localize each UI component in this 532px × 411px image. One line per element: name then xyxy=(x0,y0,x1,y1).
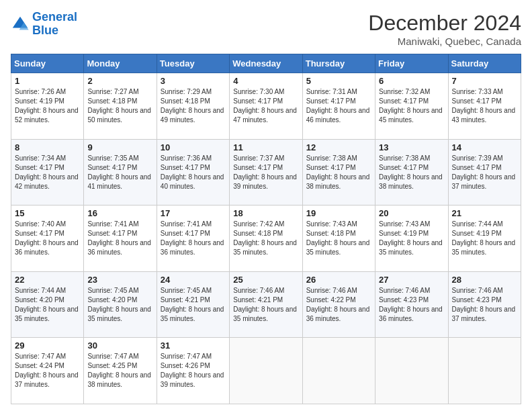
day-info: Sunrise: 7:43 AMSunset: 4:19 PMDaylight:… xyxy=(379,220,444,257)
day-info: Sunrise: 7:33 AMSunset: 4:17 PMDaylight:… xyxy=(452,87,517,125)
day-number: 16 xyxy=(87,208,152,218)
day-info: Sunrise: 7:32 AMSunset: 4:17 PMDaylight:… xyxy=(379,87,444,125)
day-number: 12 xyxy=(306,142,371,152)
day-header-monday: Monday xyxy=(84,54,157,73)
month-title: December 2024 xyxy=(368,11,521,36)
calendar-cell: 4Sunrise: 7:30 AMSunset: 4:17 PMDaylight… xyxy=(230,73,302,140)
day-info: Sunrise: 7:40 AMSunset: 4:17 PMDaylight:… xyxy=(15,220,80,257)
calendar-cell xyxy=(448,338,521,404)
day-number: 10 xyxy=(161,142,226,152)
calendar-week-4: 22Sunrise: 7:44 AMSunset: 4:20 PMDayligh… xyxy=(11,271,521,338)
calendar-body: 1Sunrise: 7:26 AMSunset: 4:19 PMDaylight… xyxy=(11,73,521,404)
day-info: Sunrise: 7:38 AMSunset: 4:17 PMDaylight:… xyxy=(306,154,371,191)
calendar-cell: 20Sunrise: 7:43 AMSunset: 4:19 PMDayligh… xyxy=(375,205,448,272)
day-number: 24 xyxy=(161,275,226,285)
calendar-cell: 16Sunrise: 7:41 AMSunset: 4:17 PMDayligh… xyxy=(84,205,157,272)
day-number: 18 xyxy=(233,208,298,218)
day-header-sunday: Sunday xyxy=(11,54,84,73)
day-number: 11 xyxy=(233,142,298,152)
day-number: 30 xyxy=(87,340,152,351)
calendar-cell: 3Sunrise: 7:29 AMSunset: 4:18 PMDaylight… xyxy=(157,73,229,140)
day-info: Sunrise: 7:38 AMSunset: 4:17 PMDaylight:… xyxy=(379,154,444,191)
day-info: Sunrise: 7:31 AMSunset: 4:17 PMDaylight:… xyxy=(306,87,371,125)
day-number: 3 xyxy=(161,76,226,86)
day-info: Sunrise: 7:39 AMSunset: 4:17 PMDaylight:… xyxy=(452,154,517,191)
day-header-thursday: Thursday xyxy=(302,54,375,73)
calendar-cell xyxy=(302,338,375,404)
day-info: Sunrise: 7:42 AMSunset: 4:18 PMDaylight:… xyxy=(233,220,298,257)
calendar-week-3: 15Sunrise: 7:40 AMSunset: 4:17 PMDayligh… xyxy=(11,205,521,272)
day-info: Sunrise: 7:41 AMSunset: 4:17 PMDaylight:… xyxy=(87,220,152,257)
day-number: 23 xyxy=(87,275,152,285)
calendar-cell: 31Sunrise: 7:47 AMSunset: 4:26 PMDayligh… xyxy=(157,338,229,404)
day-info: Sunrise: 7:46 AMSunset: 4:23 PMDaylight:… xyxy=(379,286,444,324)
day-number: 8 xyxy=(15,142,80,152)
day-info: Sunrise: 7:45 AMSunset: 4:21 PMDaylight:… xyxy=(161,286,226,324)
day-info: Sunrise: 7:41 AMSunset: 4:17 PMDaylight:… xyxy=(161,220,226,257)
calendar-table: SundayMondayTuesdayWednesdayThursdayFrid… xyxy=(11,54,521,404)
calendar-cell: 8Sunrise: 7:34 AMSunset: 4:17 PMDaylight… xyxy=(11,139,84,205)
day-info: Sunrise: 7:36 AMSunset: 4:17 PMDaylight:… xyxy=(161,154,226,191)
calendar-cell: 19Sunrise: 7:43 AMSunset: 4:18 PMDayligh… xyxy=(302,205,375,272)
day-info: Sunrise: 7:34 AMSunset: 4:17 PMDaylight:… xyxy=(15,154,80,191)
calendar-cell: 17Sunrise: 7:41 AMSunset: 4:17 PMDayligh… xyxy=(157,205,229,272)
day-header-wednesday: Wednesday xyxy=(230,54,302,73)
page: General Blue December 2024 Maniwaki, Que… xyxy=(0,0,532,411)
calendar-cell: 28Sunrise: 7:46 AMSunset: 4:23 PMDayligh… xyxy=(448,271,521,338)
calendar-cell xyxy=(230,338,302,404)
day-number: 7 xyxy=(452,76,517,86)
day-info: Sunrise: 7:29 AMSunset: 4:18 PMDaylight:… xyxy=(161,87,226,125)
calendar-week-5: 29Sunrise: 7:47 AMSunset: 4:24 PMDayligh… xyxy=(11,338,521,404)
calendar-week-1: 1Sunrise: 7:26 AMSunset: 4:19 PMDaylight… xyxy=(11,73,521,140)
day-number: 19 xyxy=(306,208,371,218)
calendar-cell: 7Sunrise: 7:33 AMSunset: 4:17 PMDaylight… xyxy=(448,73,521,140)
day-number: 14 xyxy=(452,142,517,152)
day-info: Sunrise: 7:26 AMSunset: 4:19 PMDaylight:… xyxy=(15,87,80,125)
calendar-cell: 1Sunrise: 7:26 AMSunset: 4:19 PMDaylight… xyxy=(11,73,84,140)
calendar-cell: 11Sunrise: 7:37 AMSunset: 4:17 PMDayligh… xyxy=(230,139,302,205)
calendar-cell: 26Sunrise: 7:46 AMSunset: 4:22 PMDayligh… xyxy=(302,271,375,338)
day-info: Sunrise: 7:27 AMSunset: 4:18 PMDaylight:… xyxy=(87,87,152,125)
day-number: 25 xyxy=(233,275,298,285)
day-header-saturday: Saturday xyxy=(448,54,521,73)
calendar-cell: 14Sunrise: 7:39 AMSunset: 4:17 PMDayligh… xyxy=(448,139,521,205)
calendar-cell: 29Sunrise: 7:47 AMSunset: 4:24 PMDayligh… xyxy=(11,338,84,404)
location: Maniwaki, Quebec, Canada xyxy=(368,36,521,47)
day-info: Sunrise: 7:46 AMSunset: 4:22 PMDaylight:… xyxy=(306,286,371,324)
day-info: Sunrise: 7:44 AMSunset: 4:20 PMDaylight:… xyxy=(15,286,80,324)
day-number: 1 xyxy=(15,76,80,86)
calendar-cell: 10Sunrise: 7:36 AMSunset: 4:17 PMDayligh… xyxy=(157,139,229,205)
calendar-cell: 15Sunrise: 7:40 AMSunset: 4:17 PMDayligh… xyxy=(11,205,84,272)
day-number: 17 xyxy=(161,208,226,218)
calendar-cell: 13Sunrise: 7:38 AMSunset: 4:17 PMDayligh… xyxy=(375,139,448,205)
calendar-cell: 6Sunrise: 7:32 AMSunset: 4:17 PMDaylight… xyxy=(375,73,448,140)
calendar-cell: 12Sunrise: 7:38 AMSunset: 4:17 PMDayligh… xyxy=(302,139,375,205)
calendar-cell: 27Sunrise: 7:46 AMSunset: 4:23 PMDayligh… xyxy=(375,271,448,338)
day-info: Sunrise: 7:46 AMSunset: 4:23 PMDaylight:… xyxy=(452,286,517,324)
day-header-friday: Friday xyxy=(375,54,448,73)
calendar-cell: 23Sunrise: 7:45 AMSunset: 4:20 PMDayligh… xyxy=(84,271,157,338)
day-info: Sunrise: 7:30 AMSunset: 4:17 PMDaylight:… xyxy=(233,87,298,125)
day-number: 20 xyxy=(379,208,444,218)
day-number: 22 xyxy=(15,275,80,285)
day-number: 29 xyxy=(15,340,80,351)
day-number: 5 xyxy=(306,76,371,86)
day-info: Sunrise: 7:47 AMSunset: 4:25 PMDaylight:… xyxy=(87,352,152,390)
day-number: 13 xyxy=(379,142,444,152)
logo-blue: Blue xyxy=(32,24,58,37)
logo-text: General Blue xyxy=(32,11,77,38)
logo: General Blue xyxy=(11,11,77,38)
day-number: 27 xyxy=(379,275,444,285)
logo-icon xyxy=(11,15,30,34)
day-number: 9 xyxy=(87,142,152,152)
day-info: Sunrise: 7:37 AMSunset: 4:17 PMDaylight:… xyxy=(233,154,298,191)
header: General Blue December 2024 Maniwaki, Que… xyxy=(11,11,521,47)
calendar-cell: 30Sunrise: 7:47 AMSunset: 4:25 PMDayligh… xyxy=(84,338,157,404)
calendar-cell: 5Sunrise: 7:31 AMSunset: 4:17 PMDaylight… xyxy=(302,73,375,140)
day-number: 6 xyxy=(379,76,444,86)
day-header-tuesday: Tuesday xyxy=(157,54,229,73)
calendar-cell: 24Sunrise: 7:45 AMSunset: 4:21 PMDayligh… xyxy=(157,271,229,338)
day-info: Sunrise: 7:47 AMSunset: 4:26 PMDaylight:… xyxy=(161,352,226,390)
day-info: Sunrise: 7:45 AMSunset: 4:20 PMDaylight:… xyxy=(87,286,152,324)
day-number: 4 xyxy=(233,76,298,86)
